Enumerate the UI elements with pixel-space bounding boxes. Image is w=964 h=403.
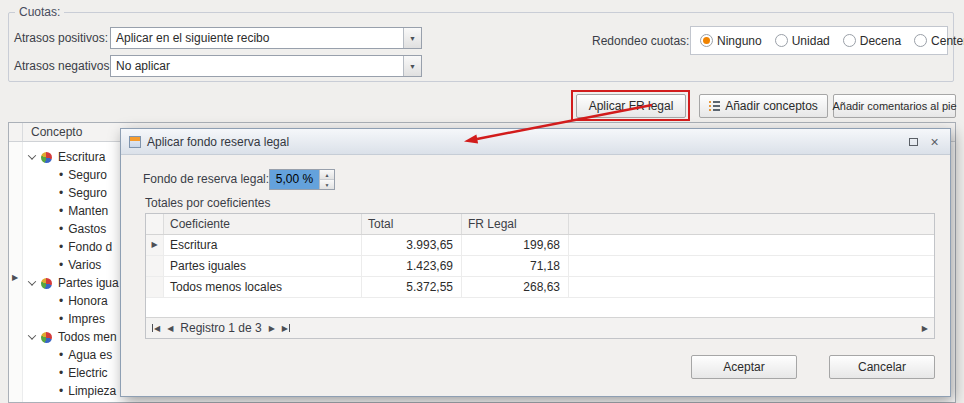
hscroll-right-button[interactable]: ▶ [922, 324, 928, 333]
atrasos-positivos-combo[interactable]: Aplicar en el siguiente recibo ▼ [110, 27, 422, 49]
grid-gutter-header [9, 123, 23, 141]
button-label: Añadir conceptos [725, 99, 818, 113]
cell-fr-legal: 199,68 [462, 235, 569, 255]
coeficientes-table: Coeficiente Total FR Legal ▶ Escritura 3… [145, 213, 935, 339]
fondo-reserva-label: Fondo de reserva legal: [143, 169, 269, 190]
column-header-fr-legal[interactable]: FR Legal [462, 214, 569, 234]
chevron-down-icon [28, 331, 36, 339]
tree-item-label: Manten [68, 204, 108, 218]
tree-item-label: Impres [68, 312, 105, 326]
groupbox-title: Cuotas: [15, 5, 64, 19]
column-header-coeficiente[interactable]: Coeficiente [164, 214, 362, 234]
cell-filler [569, 235, 934, 255]
spinner-buttons: ▲ ▼ [319, 170, 334, 189]
radio-icon [843, 34, 856, 47]
button-label: Añadir comentarios al pie [832, 100, 956, 112]
close-button[interactable]: × [927, 134, 942, 149]
grid-gutter: ▶ [9, 142, 23, 402]
table-row[interactable]: Todos menos locales 5.372,55 268,63 [146, 277, 934, 298]
bullet-icon: • [59, 294, 63, 308]
tree-item-label: Honora [68, 294, 107, 308]
tree-item-label: Escritura [58, 150, 105, 164]
close-icon: × [930, 135, 938, 149]
bullet-icon: • [59, 204, 63, 218]
bullet-icon: • [59, 168, 63, 182]
chevron-down-icon [28, 151, 36, 159]
aplicar-fondo-dialog: Aplicar fondo reserva legal × Fondo de r… [120, 128, 951, 397]
cell-coeficiente: Todos menos locales [164, 277, 362, 297]
button-label: Aplicar FR legal [589, 99, 674, 113]
row-indicator-cell [146, 277, 164, 297]
dialog-title: Aplicar fondo reserva legal [147, 135, 900, 149]
anadir-conceptos-button[interactable]: Añadir conceptos [699, 94, 828, 118]
cell-filler [569, 277, 934, 297]
table-row[interactable]: ▶ Escritura 3.993,65 199,68 [146, 235, 934, 256]
nav-prev-icon: ◀ [167, 324, 173, 333]
redondeo-radio-group: Ninguno Unidad Decena Centena [690, 26, 948, 55]
tree-item-label: Seguro [68, 186, 107, 200]
tree-item-label: Electric [68, 366, 107, 380]
restore-button[interactable] [906, 134, 921, 149]
pie-chart-icon [41, 332, 52, 343]
row-indicator-cell: ▶ [146, 235, 164, 255]
aplicar-fr-legal-button[interactable]: Aplicar FR legal [576, 94, 686, 118]
bullet-icon: • [59, 384, 63, 398]
chevron-down-icon[interactable]: ▼ [403, 56, 421, 76]
table-row[interactable]: Partes iguales 1.423,69 71,18 [146, 256, 934, 277]
cell-coeficiente: Partes iguales [164, 256, 362, 276]
tree-item-label: Varios [68, 258, 101, 272]
row-indicator-cell [146, 256, 164, 276]
redondeo-label: Redondeo cuotas: [592, 30, 689, 52]
cell-fr-legal: 71,18 [462, 256, 569, 276]
atrasos-positivos-label: Atrasos positivos: [14, 27, 108, 49]
nav-last-button[interactable]: ▶ [282, 324, 290, 333]
combo-value: Aplicar en el siguiente recibo [111, 28, 403, 48]
aceptar-button[interactable]: Aceptar [691, 355, 797, 379]
cell-coeficiente: Escritura [164, 235, 362, 255]
table-header: Coeficiente Total FR Legal [146, 214, 934, 235]
atrasos-negativos-combo[interactable]: No aplicar ▼ [110, 55, 422, 77]
cell-fr-legal: 268,63 [462, 277, 569, 297]
tree-item-label: Limpieza [68, 384, 116, 398]
column-header-filler [569, 214, 934, 234]
chevron-down-icon [28, 277, 36, 285]
radio-label: Unidad [792, 34, 830, 48]
pie-chart-icon [41, 152, 52, 163]
radio-label: Ninguno [717, 34, 762, 48]
dialog-titlebar[interactable]: Aplicar fondo reserva legal × [121, 129, 950, 155]
restore-icon [909, 138, 918, 146]
pager-text: Registro 1 de 3 [180, 321, 261, 335]
radio-icon [914, 34, 927, 47]
list-icon [709, 101, 720, 111]
bullet-icon: • [59, 366, 63, 380]
cancelar-button[interactable]: Cancelar [829, 355, 935, 379]
anadir-comentarios-button[interactable]: Añadir comentarios al pie [833, 94, 956, 118]
nav-last-icon: ▶ [282, 324, 288, 333]
nav-next-icon: ▶ [269, 324, 275, 333]
fondo-reserva-spinedit[interactable]: 5,00 % ▲ ▼ [269, 169, 335, 190]
button-label: Aceptar [723, 360, 764, 374]
bullet-icon: • [59, 240, 63, 254]
row-indicator-icon: ▶ [151, 235, 157, 255]
nav-prev-button[interactable]: ◀ [167, 324, 173, 333]
radio-ninguno[interactable]: Ninguno [700, 34, 762, 48]
tree-item-label: Gastos [68, 222, 106, 236]
chevron-down-icon[interactable]: ▼ [403, 28, 421, 48]
radio-label: Decena [860, 34, 901, 48]
column-header-total[interactable]: Total [362, 214, 462, 234]
table-empty-area [146, 298, 934, 317]
pie-chart-icon [41, 278, 52, 289]
bullet-icon: • [59, 186, 63, 200]
spinedit-value[interactable]: 5,00 % [270, 170, 319, 189]
page: Cuotas: Atrasos positivos: Aplicar en el… [0, 0, 964, 403]
record-navigator: ◀ ◀ Registro 1 de 3 ▶ ▶ ▶ [146, 317, 934, 338]
radio-decena[interactable]: Decena [843, 34, 901, 48]
radio-centena[interactable]: Centena [914, 34, 964, 48]
spin-up-icon[interactable]: ▲ [320, 170, 334, 179]
button-label: Cancelar [858, 360, 906, 374]
nav-next-button[interactable]: ▶ [269, 324, 275, 333]
radio-unidad[interactable]: Unidad [775, 34, 830, 48]
spin-down-icon[interactable]: ▼ [320, 179, 334, 189]
tree-item-label: Fondo d [68, 240, 112, 254]
nav-first-button[interactable]: ◀ [152, 324, 160, 333]
